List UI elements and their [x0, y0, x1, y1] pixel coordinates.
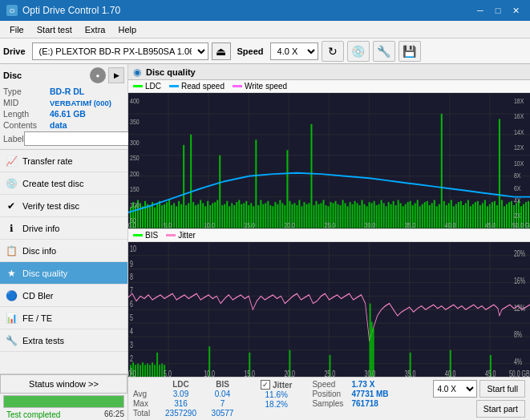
menu-start-test[interactable]: Start test: [30, 23, 79, 36]
disc-type-value: BD-R DL: [50, 87, 84, 96]
menu-extra[interactable]: Extra: [79, 23, 112, 36]
start-full-button[interactable]: Start full: [479, 380, 525, 398]
svg-rect-168: [496, 205, 498, 228]
sidebar-label-verify-test-disc: Verify test disc: [22, 201, 79, 211]
sidebar-label-create-test-disc: Create test disc: [22, 179, 83, 188]
svg-rect-142: [434, 200, 435, 228]
svg-text:45.0: 45.0: [485, 222, 496, 228]
status-window-button[interactable]: Status window >>: [0, 374, 127, 394]
svg-text:10X: 10X: [514, 160, 524, 168]
svg-text:10: 10: [130, 244, 136, 253]
disc-label-input[interactable]: [24, 131, 131, 146]
stats-max-row: Max 316 7: [133, 399, 241, 408]
max-ldc: 316: [159, 399, 203, 408]
sidebar-label-disc-info: Disc info: [22, 246, 56, 256]
svg-text:7: 7: [130, 285, 133, 295]
svg-rect-71: [262, 204, 264, 228]
sidebar-label-extra-tests: Extra tests: [22, 336, 64, 345]
speed-select[interactable]: 4.0 X: [270, 42, 318, 60]
svg-rect-56: [226, 201, 228, 228]
svg-rect-77: [277, 204, 278, 228]
drive-select[interactable]: (E:) PLEXTOR BD-R PX-LB950SA 1.06: [32, 42, 208, 60]
disc-mid-row: MID VERBATIMf (000): [3, 98, 124, 107]
sidebar-label-drive-info: Drive info: [22, 224, 59, 233]
legend-read-speed: Read speed: [169, 82, 225, 91]
svg-rect-95: [320, 203, 322, 228]
sidebar-item-drive-info[interactable]: ℹ Drive info: [0, 217, 127, 240]
svg-rect-241: [159, 365, 160, 377]
total-bis: 30577: [204, 409, 241, 418]
verify-test-disc-icon: ✔: [5, 200, 18, 212]
settings-button[interactable]: 🔧: [373, 41, 395, 62]
menu-file[interactable]: File: [3, 23, 30, 36]
minimize-button[interactable]: ─: [472, 3, 488, 18]
svg-rect-92: [313, 205, 314, 228]
svg-text:200: 200: [130, 170, 140, 178]
svg-rect-172: [506, 204, 508, 228]
svg-rect-72: [265, 203, 266, 228]
disc-button[interactable]: 💿: [347, 41, 370, 62]
sidebar-item-cd-bler[interactable]: 🔵 CD Bler: [0, 285, 127, 307]
start-part-button[interactable]: Start part: [476, 400, 525, 418]
top-chart: 400 350 300 250 200 150 100 50 18X 16X 1…: [128, 93, 530, 229]
disc-type-label: Type: [3, 87, 50, 96]
svg-rect-170: [501, 200, 503, 228]
jitter-checkbox[interactable]: ✓: [261, 380, 270, 390]
svg-rect-38: [183, 145, 184, 228]
status-time: 66:25: [104, 410, 124, 420]
samples-label: Samples: [312, 399, 348, 408]
svg-rect-141: [431, 203, 433, 228]
sidebar-item-disc-quality[interactable]: ★ Disc quality: [0, 262, 127, 285]
speed-dropdown[interactable]: 4.0 X: [433, 380, 477, 398]
main-layout: Disc ● ▶ Type BD-R DL MID VERBATIMf (000…: [0, 64, 530, 420]
svg-rect-237: [149, 365, 151, 377]
sidebar-item-fe-te[interactable]: 📊 FE / TE: [0, 307, 127, 329]
svg-text:4X: 4X: [514, 197, 521, 205]
disc-contents-label: Contents: [3, 120, 50, 130]
svg-rect-240: [156, 352, 158, 377]
svg-rect-171: [504, 206, 505, 228]
speed-pos-section: Speed 1.73 X Position 47731 MB Samples 7…: [312, 380, 388, 408]
eject-button[interactable]: ⏏: [212, 42, 231, 60]
svg-rect-238: [152, 362, 153, 377]
menu-bar: File Start test Extra Help: [0, 21, 530, 38]
samples-row: Samples 761718: [312, 399, 388, 408]
speed-label: Speed: [237, 46, 264, 56]
svg-rect-29: [161, 205, 163, 228]
svg-text:12%: 12%: [514, 303, 525, 313]
legend-ldc-label: LDC: [145, 82, 161, 91]
sidebar-item-disc-info[interactable]: 📋 Disc info: [0, 240, 127, 262]
svg-text:14X: 14X: [514, 128, 524, 136]
sidebar-label-transfer-rate: Transfer rate: [22, 156, 73, 166]
svg-rect-135: [417, 200, 419, 228]
svg-rect-93: [315, 201, 317, 228]
total-label: Total: [133, 409, 157, 418]
svg-rect-102: [338, 204, 339, 228]
disc-action-icon[interactable]: ▶: [108, 67, 124, 83]
sidebar-item-create-test-disc[interactable]: 💿 Create test disc: [0, 172, 127, 195]
maximize-button[interactable]: □: [490, 3, 506, 18]
svg-text:2: 2: [130, 353, 133, 363]
sidebar-item-verify-test-disc[interactable]: ✔ Verify test disc: [0, 195, 127, 217]
svg-rect-140: [429, 205, 431, 228]
title-bar-left: O Opti Drive Control 1.70: [6, 5, 120, 16]
svg-text:15.0: 15.0: [244, 222, 255, 228]
sidebar-item-transfer-rate[interactable]: 📈 Transfer rate: [0, 150, 127, 172]
stats-table: LDC BIS Avg 3.09 0.04 Max 316 7 Total 23…: [133, 380, 241, 418]
menu-help[interactable]: Help: [111, 23, 143, 36]
save-button[interactable]: 💾: [399, 41, 421, 62]
position-row: Position 47731 MB: [312, 390, 388, 398]
sidebar-item-extra-tests[interactable]: 🔧 Extra tests: [0, 329, 127, 352]
drive-label: Drive: [3, 46, 26, 56]
refresh-button[interactable]: ↻: [322, 41, 344, 62]
bottom-chart: 20% 16% 12% 8% 4% 10 9 8 7 6 5 4 3 2 1 0…: [128, 242, 530, 378]
stats-total-row: Total 2357290 30577: [133, 409, 241, 418]
svg-text:5.0: 5.0: [164, 222, 172, 228]
drive-info-icon: ℹ: [5, 222, 18, 235]
svg-rect-152: [458, 202, 459, 228]
svg-text:5: 5: [130, 313, 133, 322]
nav-items: 📈 Transfer rate 💿 Create test disc ✔ Ver…: [0, 150, 127, 352]
position-value: 47731 MB: [351, 390, 388, 398]
max-label: Max: [133, 399, 157, 408]
close-button[interactable]: ✕: [508, 3, 524, 18]
